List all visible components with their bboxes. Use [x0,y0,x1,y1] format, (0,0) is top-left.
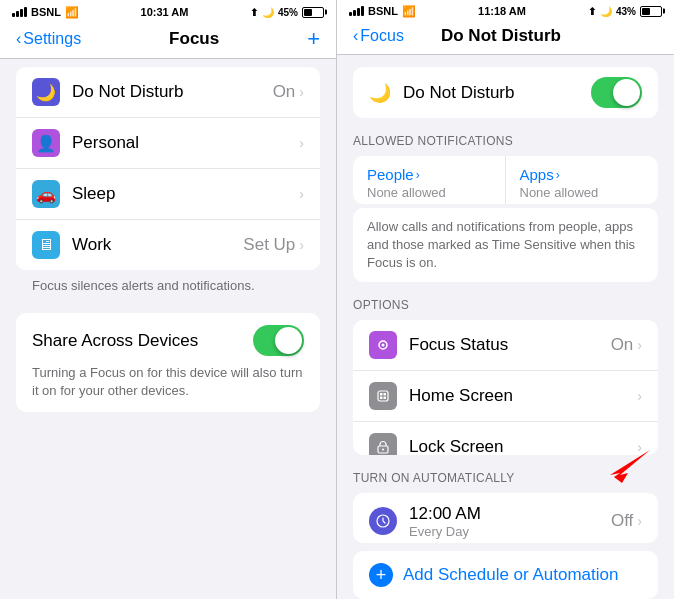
options-group: Focus Status On › Home Screen › [353,320,658,454]
auto-content: 12:00 AM Every Day [409,504,611,539]
chevron-icon: › [637,388,642,404]
time-right: 11:18 AM [478,5,526,17]
svg-rect-5 [380,397,383,400]
lock-screen-icon [369,433,397,454]
add-schedule-label: Add Schedule or Automation [403,565,618,585]
share-row: Share Across Devices [32,325,304,356]
chevron-icon: › [299,186,304,202]
status-left: BSNL 📶 [12,6,79,19]
item-right: › [299,135,304,151]
battery-icon-right [640,6,662,17]
add-schedule-button[interactable]: + Add Schedule or Automation [353,551,658,599]
allowed-apps[interactable]: Apps › None allowed [506,156,659,204]
dnd-toggle[interactable] [591,77,642,108]
auto-sub: Every Day [409,524,611,539]
list-item[interactable]: 🚗 Sleep › [16,169,320,220]
dnd-moon-icon: 🌙 [369,82,391,104]
carrier-left: BSNL [31,6,61,18]
carrier-right: BSNL [368,5,398,17]
wifi-icon: 📶 [65,6,79,19]
status-bar-left: BSNL 📶 10:31 AM ⬆ 🌙 45% [0,0,336,24]
dnd-toggle-row[interactable]: 🌙 Do Not Disturb [353,67,658,118]
chevron-icon: › [637,513,642,529]
back-button-left[interactable]: ‹ Settings [16,30,81,48]
battery-icon-left [302,7,324,18]
allowed-people[interactable]: People › None allowed [353,156,506,204]
item-right: Set Up › [243,235,304,255]
battery-right: 43% [616,6,636,17]
auto-group: 12:00 AM Every Day Off › [353,493,658,543]
dnd-label: Do Not Disturb [403,83,591,103]
item-value: On [273,82,296,102]
svg-rect-6 [384,397,387,400]
nav-bar-right: ‹ Focus Do Not Disturb [337,22,674,55]
option-item[interactable]: Focus Status On › [353,320,658,371]
list-item[interactable]: 👤 Personal › [16,118,320,169]
person-icon: 👤 [32,129,60,157]
turn-on-auto-container: TURN ON AUTOMATICALLY [337,455,674,489]
chevron-icon: › [299,237,304,253]
svg-rect-3 [380,393,383,396]
moon-status-icon-right: 🌙 [600,6,612,17]
add-button[interactable]: + [307,28,320,50]
apps-label: Apps › [520,166,645,183]
svg-rect-2 [378,391,388,401]
apps-chevron-icon: › [556,168,560,182]
page-title-right: Do Not Disturb [441,26,561,46]
option-item[interactable]: Home Screen › [353,371,658,422]
home-screen-icon [369,382,397,410]
wifi-icon-right: 📶 [402,5,416,18]
option-right: On › [611,335,642,355]
item-label: Sleep [72,184,299,204]
status-bar-right: BSNL 📶 11:18 AM ⬆ 🌙 43% [337,0,674,22]
focus-list: 🌙 Do Not Disturb On › 👤 Personal › 🚗 Sle… [16,67,320,270]
sleep-icon: 🚗 [32,180,60,208]
share-label: Share Across Devices [32,331,198,351]
left-screen: BSNL 📶 10:31 AM ⬆ 🌙 45% ‹ Settings Focus… [0,0,337,599]
toggle-knob [275,327,302,354]
option-value: On [611,335,634,355]
svg-rect-4 [384,393,387,396]
back-chevron-icon-right: ‹ [353,27,358,45]
auto-value: Off [611,511,633,531]
signal-icon-right [349,6,364,16]
right-screen: BSNL 📶 11:18 AM ⬆ 🌙 43% ‹ Focus Do Not D… [337,0,674,599]
moon-icon: 🌙 [32,78,60,106]
toggle-knob-dnd [613,79,640,106]
back-label-right: Focus [360,27,404,45]
item-value: Set Up [243,235,295,255]
list-item[interactable]: 🖥 Work Set Up › [16,220,320,270]
clock-icon [369,507,397,535]
allowed-section-header: ALLOWED NOTIFICATIONS [337,118,674,152]
back-label-left: Settings [23,30,81,48]
option-right: › [637,388,642,404]
status-right-right: ⬆ 🌙 43% [588,6,662,17]
list-item[interactable]: 🌙 Do Not Disturb On › [16,67,320,118]
time-left: 10:31 AM [141,6,189,18]
share-toggle[interactable] [253,325,304,356]
svg-point-1 [382,344,385,347]
signal-icon [12,7,27,17]
svg-point-8 [382,449,384,451]
people-chevron-icon: › [416,168,420,182]
chevron-icon: › [299,84,304,100]
auto-item[interactable]: 12:00 AM Every Day Off › [353,493,658,543]
options-section-header: OPTIONS [337,282,674,316]
apps-sub: None allowed [520,185,645,200]
option-label: Home Screen [409,386,637,406]
allowed-grid: People › None allowed Apps › None allowe… [353,156,658,204]
status-left-right: BSNL 📶 [349,5,416,18]
item-right: › [299,186,304,202]
people-label: People › [367,166,491,183]
chevron-icon: › [637,337,642,353]
people-sub: None allowed [367,185,491,200]
focus-status-icon [369,331,397,359]
back-button-right[interactable]: ‹ Focus [353,27,404,45]
nav-bar-left: ‹ Settings Focus + [0,24,336,59]
location-icon: ⬆ [250,7,258,18]
status-right-left: ⬆ 🌙 45% [250,7,324,18]
item-right: On › [273,82,304,102]
auto-right: Off › [611,511,642,531]
moon-status-icon: 🌙 [262,7,274,18]
page-title-left: Focus [169,29,219,49]
